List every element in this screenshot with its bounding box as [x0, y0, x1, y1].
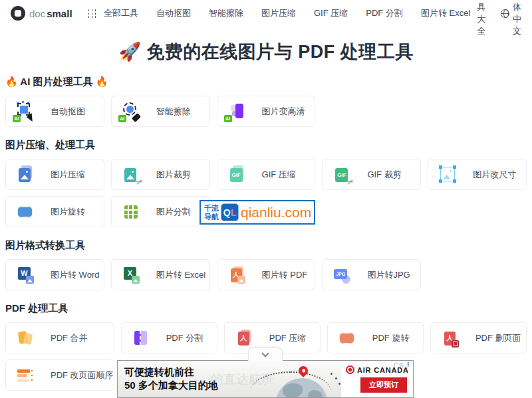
auto-cutout-icon: AI — [15, 101, 36, 122]
card-gif-compress[interactable]: GIF GIF 压缩 — [217, 159, 316, 190]
main-nav: 全部工具 自动抠图 智能擦除 图片压缩 GIF 压缩 PDF 分割 图片转 Ex… — [104, 7, 470, 19]
card-image-rotate[interactable]: 图片旋转 — [5, 196, 104, 227]
nav-item-image-to-excel[interactable]: 图片转 Excel — [421, 7, 470, 19]
ad-collapse-button[interactable] — [248, 348, 283, 361]
ad-choices[interactable]: 广告 ⋮ — [394, 361, 411, 369]
pdf-split-icon — [130, 328, 152, 349]
card-pdf-reorder[interactable]: PDF 改页面顺序 — [5, 359, 114, 391]
language-label: 简体中文 — [513, 0, 521, 37]
tools-all-link[interactable]: 工具大全 — [477, 0, 489, 37]
logo-text-doc: doc — [29, 8, 45, 19]
section-title-pdf: PDF 处理工具 — [5, 302, 527, 315]
card-image-resize[interactable]: 图片改尺寸 — [428, 159, 527, 190]
nav-item-gif-compress[interactable]: GIF 压缩 — [314, 7, 348, 19]
pdf-reorder-icon — [15, 365, 36, 386]
card-image-crop[interactable]: ✂ 图片裁剪 — [111, 159, 210, 190]
image-rotate-icon — [15, 201, 36, 223]
hero: 🚀 免费的在线图片与 PDF 处理工具 — [0, 40, 532, 64]
card-image-to-word[interactable]: W 图片转 Word — [5, 259, 104, 290]
card-auto-cutout[interactable]: AI 自动抠图 — [5, 96, 104, 127]
card-smart-erase[interactable]: AI 智能擦除 — [111, 96, 210, 127]
air-canada-logo-icon — [346, 365, 354, 374]
pdf-merge-icon — [15, 328, 36, 349]
section-title-convert: 图片格式转换工具 — [5, 239, 527, 252]
card-pdf-delete-pages[interactable]: 人 PDF 删页面 — [430, 322, 527, 353]
card-image-compress[interactable]: 图片压缩 — [5, 159, 104, 190]
image-to-excel-icon: X — [120, 264, 142, 286]
gif-crop-icon: GIF✂ — [331, 164, 352, 185]
nav-item-smart-erase[interactable]: 智能擦除 — [209, 7, 243, 19]
image-to-pdf-icon: 人 — [226, 264, 247, 286]
card-image-to-pdf[interactable]: 人 图片转 PDF — [217, 259, 316, 290]
card-pdf-merge[interactable]: PDF 合并 — [5, 322, 114, 353]
ad-menu-icon: ⋮ — [406, 361, 411, 367]
pdf-delete-pages-icon: 人 — [440, 328, 461, 349]
logo-text-small: small — [47, 8, 72, 19]
image-split-icon — [120, 201, 142, 223]
card-image-split[interactable]: 图片分割 — [111, 196, 210, 227]
docsmall-logo-icon — [11, 6, 25, 21]
ad-banner[interactable]: 的直达航班 可便捷转机前往 50 多个加拿大目的地 AIR CANADA 立即预… — [117, 360, 414, 398]
section-title-image: 图片压缩、处理工具 — [5, 139, 527, 151]
qianliu-watermark[interactable]: 千流 导航 QL qianliu.com — [200, 200, 315, 225]
language-switcher[interactable]: 简体中文 — [501, 0, 521, 37]
section-convert-tools: 图片格式转换工具 W 图片转 Word X 图片转 Excel 人 图片转 PD… — [5, 239, 527, 290]
image-to-word-icon: W — [15, 264, 36, 286]
globe-icon — [501, 9, 509, 18]
page-title: 🚀 免费的在线图片与 PDF 处理工具 — [0, 40, 532, 64]
gif-compress-icon: GIF — [226, 164, 247, 185]
top-navbar: doc small 全部工具 自动抠图 智能擦除 图片压缩 GIF 压缩 PDF… — [0, 0, 532, 27]
image-resize-icon — [437, 164, 458, 185]
watermark-cn-text: 千流 导航 — [204, 204, 219, 221]
card-gif-crop[interactable]: GIF✂ GIF 裁剪 — [322, 159, 421, 190]
image-compress-icon — [15, 164, 36, 185]
pdf-rotate-icon — [336, 328, 358, 349]
watermark-domain: qianliu.com — [241, 205, 311, 221]
image-hd-icon: AI — [226, 101, 247, 122]
grid-menu-icon[interactable] — [88, 9, 89, 11]
ad-headline: 可便捷转机前往 50 多个加拿大目的地 — [124, 365, 218, 393]
dotted-route-right-icon — [331, 373, 332, 375]
nav-item-image-compress[interactable]: 图片压缩 — [261, 7, 296, 19]
ql-badge-icon: QL — [221, 203, 239, 221]
card-image-to-excel[interactable]: X 图片转 Excel — [111, 259, 210, 290]
card-pdf-rotate[interactable]: PDF 旋转 — [327, 322, 424, 353]
card-image-to-jpg[interactable]: JPG 图片转JPG — [322, 259, 421, 290]
docsmall-logo[interactable]: doc small — [11, 6, 72, 21]
card-image-hd[interactable]: AI 图片变高清 — [217, 96, 316, 127]
chevron-down-icon — [261, 349, 269, 357]
nav-item-auto-cutout[interactable]: 自动抠图 — [156, 7, 191, 19]
nav-item-pdf-split[interactable]: PDF 分割 — [366, 7, 403, 19]
ad-label-text: 广告 — [394, 361, 404, 369]
image-crop-icon: ✂ — [120, 164, 142, 185]
nav-item-all-tools[interactable]: 全部工具 — [104, 7, 138, 19]
section-title-ai: 🔥 AI 图片处理工具 🔥 — [5, 76, 527, 88]
ad-cta-button[interactable]: 立即预订 — [360, 377, 407, 393]
pdf-compress-icon: 人 — [233, 328, 255, 349]
card-pdf-split[interactable]: PDF 分割 — [121, 322, 217, 353]
smart-erase-icon: AI — [120, 101, 142, 122]
image-to-jpg-icon: JPG — [331, 264, 352, 286]
section-ai-tools: 🔥 AI 图片处理工具 🔥 AI 自动抠图 AI 智能擦除 AI — [5, 76, 527, 127]
